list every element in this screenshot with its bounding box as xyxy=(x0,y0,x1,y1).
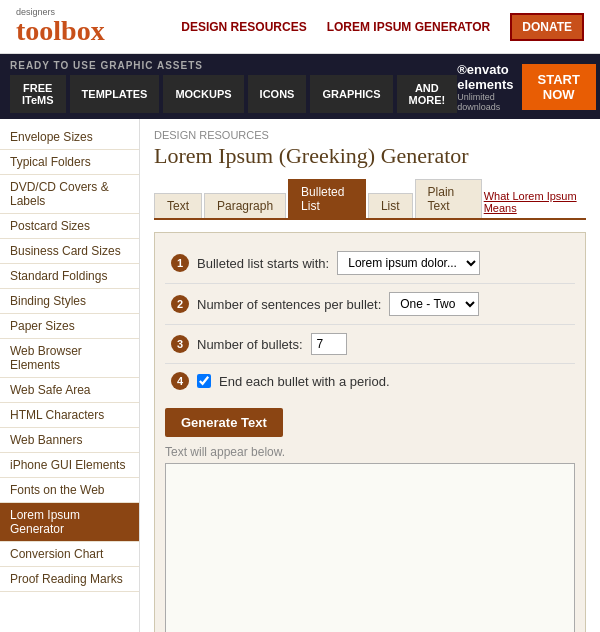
header-nav: DESIGN RESOURCES LOREM IPSUM GENERATOR D… xyxy=(181,13,584,41)
sidebar-item-web-banners[interactable]: Web Banners xyxy=(0,428,139,453)
output-label: Text will appear below. xyxy=(165,445,575,459)
tab-paragraph[interactable]: Paragraph xyxy=(204,193,286,218)
ad-buttons-group: FREE ITeMS TEMPLATES MOCKUPS ICONS GRAPH… xyxy=(10,75,457,113)
design-resources-link[interactable]: DESIGN RESOURCES xyxy=(181,20,306,34)
ad-btn-mockups[interactable]: MOCKUPS xyxy=(163,75,243,113)
ad-envato: ®envato elements Unlimited downloads STA… xyxy=(457,62,596,112)
ad-btn-more[interactable]: AND MORE! xyxy=(397,75,458,113)
site-header: designers toolbox DESIGN RESOURCES LOREM… xyxy=(0,0,600,54)
sidebar-item-standard-foldings[interactable]: Standard Foldings xyxy=(0,264,139,289)
sidebar-item-paper-sizes[interactable]: Paper Sizes xyxy=(0,314,139,339)
start-now-button[interactable]: START NOW xyxy=(522,64,596,110)
form-row-2: 2 Number of sentences per bullet: One - … xyxy=(165,284,575,325)
ad-btn-free[interactable]: FREE ITeMS xyxy=(10,75,66,113)
sidebar-item-web-browser-elements[interactable]: Web Browser Elements xyxy=(0,339,139,378)
sidebar-item-envelope-sizes[interactable]: Envelope Sizes xyxy=(0,125,139,150)
row-2-label: Number of sentences per bullet: xyxy=(197,297,381,312)
sidebar-item-postcard-sizes[interactable]: Postcard Sizes xyxy=(0,214,139,239)
ad-btn-graphics[interactable]: GRAPHICS xyxy=(310,75,392,113)
envato-sub-text: Unlimited downloads xyxy=(457,92,513,112)
sidebar-item-lorem-ipsum-generator[interactable]: Lorem Ipsum Generator xyxy=(0,503,139,542)
form-row-4: 4 End each bullet with a period. xyxy=(165,364,575,398)
tab-list[interactable]: List xyxy=(368,193,413,218)
ad-btn-templates[interactable]: TEMPLATES xyxy=(70,75,160,113)
main-layout: Envelope SizesTypical FoldersDVD/CD Cove… xyxy=(0,119,600,632)
form-row-3: 3 Number of bullets: xyxy=(165,325,575,364)
logo[interactable]: designers toolbox xyxy=(16,8,105,45)
sidebar-item-html-characters[interactable]: HTML Characters xyxy=(0,403,139,428)
sidebar: Envelope SizesTypical FoldersDVD/CD Cove… xyxy=(0,119,140,632)
row-num-1: 1 xyxy=(171,254,189,272)
logo-toolbox-text: toolbox xyxy=(16,15,105,46)
ad-btn-icons[interactable]: ICONS xyxy=(248,75,307,113)
sidebar-item-conversion-chart[interactable]: Conversion Chart xyxy=(0,542,139,567)
donate-button[interactable]: DONATE xyxy=(510,13,584,41)
generate-text-button[interactable]: Generate Text xyxy=(165,408,283,437)
row-1-label: Bulleted list starts with: xyxy=(197,256,329,271)
sidebar-item-typical-folders[interactable]: Typical Folders xyxy=(0,150,139,175)
ad-banner: READY TO USE GRAPHIC ASSETS FREE ITeMS T… xyxy=(0,54,600,119)
breadcrumb: DESIGN RESOURCES xyxy=(154,129,586,141)
sidebar-item-fonts-on-the-web[interactable]: Fonts on the Web xyxy=(0,478,139,503)
row-3-label: Number of bullets: xyxy=(197,337,303,352)
ad-ready-text: READY TO USE GRAPHIC ASSETS xyxy=(10,60,457,71)
tabs-bar: TextParagraphBulleted ListListPlain Text… xyxy=(154,179,586,220)
row-num-4: 4 xyxy=(171,372,189,390)
form-row-1: 1 Bulleted list starts with: Lorem ipsum… xyxy=(165,243,575,284)
sidebar-item-dvd-cd-covers---labels[interactable]: DVD/CD Covers & Labels xyxy=(0,175,139,214)
bulleted-list-starts-select[interactable]: Lorem ipsum dolor... Cicero de Finibus..… xyxy=(337,251,480,275)
tab-bulleted-list[interactable]: Bulleted List xyxy=(288,179,366,218)
sidebar-item-iphone-gui-elements[interactable]: iPhone GUI Elements xyxy=(0,453,139,478)
lorem-ipsum-link[interactable]: LOREM IPSUM GENERATOR xyxy=(327,20,491,34)
row-num-3: 3 xyxy=(171,335,189,353)
row-4-label: End each bullet with a period. xyxy=(219,374,390,389)
num-bullets-input[interactable] xyxy=(311,333,347,355)
end-with-period-checkbox[interactable] xyxy=(197,374,211,388)
sidebar-item-web-safe-area[interactable]: Web Safe Area xyxy=(0,378,139,403)
tab-plain-text[interactable]: Plain Text xyxy=(415,179,482,218)
output-textarea[interactable] xyxy=(165,463,575,632)
row-num-2: 2 xyxy=(171,295,189,313)
generator-form: 1 Bulleted list starts with: Lorem ipsum… xyxy=(154,232,586,632)
sentences-per-bullet-select[interactable]: One - Two One Two Three xyxy=(389,292,479,316)
sidebar-item-binding-styles[interactable]: Binding Styles xyxy=(0,289,139,314)
what-lorem-ipsum-link[interactable]: What Lorem Ipsum Means xyxy=(484,190,586,218)
sidebar-item-business-card-sizes[interactable]: Business Card Sizes xyxy=(0,239,139,264)
sidebar-item-proof-reading-marks[interactable]: Proof Reading Marks xyxy=(0,567,139,592)
page-title: Lorem Ipsum (Greeking) Generator xyxy=(154,143,586,169)
tab-text[interactable]: Text xyxy=(154,193,202,218)
content-area: DESIGN RESOURCES Lorem Ipsum (Greeking) … xyxy=(140,119,600,632)
envato-logo-text: ®envato elements xyxy=(457,62,513,92)
